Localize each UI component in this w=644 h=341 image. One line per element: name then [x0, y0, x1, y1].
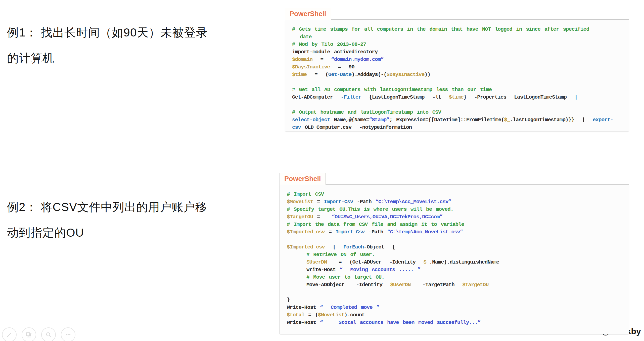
- code-line: [292, 101, 625, 109]
- powershell-tab[interactable]: PowerShell: [285, 8, 331, 20]
- code-token: $time: [449, 94, 464, 100]
- code-token: # Mod by Tilo 2013-08-27: [292, 41, 366, 47]
- code-token: =: [325, 229, 336, 235]
- code-token: -Path: [365, 229, 387, 235]
- code-token: )): [425, 72, 430, 77]
- example2-title: 例2： 将CSV文件中列出的用户账户移 动到指定的OU: [7, 194, 273, 245]
- code-token: [287, 259, 306, 265]
- code-line: $domain = “domain.mydom.com”: [292, 56, 625, 63]
- code-token: Import-Csv: [324, 199, 353, 205]
- magnifier-tool-icon[interactable]: [41, 327, 56, 341]
- more-tools-icon[interactable]: [61, 327, 75, 341]
- code-token: “C:\temp\Acc_MoveList.csv”: [387, 229, 463, 235]
- code-line: Write-Host “ $total accounts have been m…: [287, 319, 625, 326]
- code-line: $total = ($MoveList).count: [287, 311, 625, 319]
- powershell-panel-2: PowerShell # Import CSV$MoveList = Impor…: [280, 173, 629, 334]
- code-token: $UserDN: [390, 282, 410, 288]
- example1-title-line1: 例1： 找出长时间（如90天）未被登录: [7, 20, 273, 45]
- code-line: date: [292, 33, 625, 41]
- code-token: $Imported_csv: [287, 229, 325, 235]
- code-line: Get-ADComputer -Filter {LastLogonTimeSta…: [292, 94, 625, 101]
- code-box: # Gets time stamps for all computers in …: [285, 19, 629, 131]
- code-line: import-module activedirectory: [292, 48, 625, 56]
- code-token: Write-Host: [287, 320, 320, 325]
- code-line: $DaysInactive = 90: [292, 63, 625, 71]
- code-token: # Specify target OU.This is where users …: [287, 206, 453, 212]
- code-token: -Object {: [364, 244, 395, 250]
- code-token: Get-Date: [328, 72, 352, 77]
- code-token: $DaysInactive: [387, 72, 425, 77]
- code-line: Move-ADObject -Identity $UserDN -TargetP…: [287, 281, 625, 289]
- code-line: # Output hostname and lastLogonTimestamp…: [292, 109, 625, 116]
- code-token: $Imported_csv: [287, 244, 325, 250]
- example2-title-line2: 动到指定的OU: [7, 220, 273, 245]
- example2-title-line1: 例2： 将CSV文件中列出的用户账户移: [7, 194, 273, 220]
- code-line: # Retrieve DN of User.: [287, 251, 625, 259]
- code-token: “ Moving Accounts ..... ”: [340, 267, 421, 273]
- code-token: Move-ADObject -Identity: [287, 282, 390, 288]
- code-line: Write-Host “ Completed move ”: [287, 304, 625, 311]
- code-line: select-object Name,@{Name=“Stamp”; Expre…: [292, 116, 625, 124]
- code-token: ).count: [344, 312, 364, 318]
- code-token: {LastLogonTimeStamp -lt: [361, 94, 449, 100]
- code-token: “ $total accounts have been moved succes…: [320, 320, 481, 325]
- code-token: $domain: [292, 57, 312, 62]
- code-line: # Import CSV: [287, 191, 625, 198]
- code-token: “ Completed move ”: [320, 305, 379, 310]
- code-token: # Output hostname and lastLogonTimestamp…: [292, 109, 441, 115]
- slideshow-tool-icon[interactable]: [22, 327, 36, 341]
- code-token: # Gets time stamps for all computers in …: [292, 26, 589, 32]
- code-token: # Import the data from CSV file and assi…: [287, 222, 464, 227]
- code-line: $MoveList = Import-Csv -Path “C:\Temp\Ac…: [287, 198, 625, 206]
- code-token: ; Expression={[DateTime]::FromFileTime(: [389, 117, 504, 123]
- code-token: -Path: [353, 199, 375, 205]
- code-token: = 90: [330, 64, 354, 70]
- code-token: $TargetOU: [287, 214, 313, 220]
- powershell-panel-1: PowerShell # Gets time stamps for all co…: [285, 8, 629, 131]
- code-box: # Import CSV$MoveList = Import-Csv -Path…: [280, 184, 629, 334]
- pen-tool-icon[interactable]: [2, 327, 17, 341]
- code-token: $DaysInactive: [292, 64, 330, 70]
- code-token: “domain.mydom.com”: [331, 57, 384, 62]
- code-token: “OU=SWC_Users,OU=VA,DC=TekPros,DC=com”: [332, 214, 442, 220]
- code-token: ForEach: [343, 244, 364, 250]
- code-token: =: [313, 199, 324, 205]
- code-line: $time = (Get-Date).Adddays(-($DaysInacti…: [292, 71, 625, 78]
- code-token: “Stamp”: [369, 117, 389, 123]
- code-token: # Import CSV: [287, 191, 324, 197]
- code-token: OLD_Computer.csv -notypeinformation: [301, 124, 412, 130]
- code-token: $MoveList: [318, 312, 344, 318]
- code-line: # Specify target OU.This is where users …: [287, 206, 625, 213]
- code-token: “C:\Temp\Acc_MoveList.csv”: [375, 199, 451, 205]
- code-token: |: [325, 244, 343, 250]
- code-line: [292, 78, 625, 86]
- code-token: =: [312, 57, 331, 62]
- code-token: [287, 274, 306, 280]
- code-token: # Retrieve DN of User.: [306, 252, 375, 258]
- code-line: # Mod by Tilo 2013-08-27: [292, 41, 625, 48]
- code-line: [287, 289, 625, 296]
- code-token: -Filter: [341, 94, 361, 100]
- code-token: Import-Csv: [336, 229, 365, 235]
- code-line: $TargetOU = “OU=SWC_Users,OU=VA,DC=TekPr…: [287, 213, 625, 221]
- code-token: [287, 252, 306, 258]
- code-line: # Get all AD computers with lastLogonTim…: [292, 86, 625, 94]
- code-token: csv: [292, 124, 301, 130]
- code-token: ).Adddays(-(: [351, 72, 386, 77]
- code-line: # Move user to target OU.: [287, 274, 625, 281]
- code-token: =: [313, 214, 332, 220]
- code-token: $TargetOU: [462, 282, 488, 288]
- code-token: export-: [593, 117, 613, 123]
- code-token: } -Properties LastLogonTimeStamp |: [464, 94, 577, 100]
- example1-title-line2: 的计算机: [7, 45, 273, 71]
- code-token: $UserDN: [306, 259, 327, 265]
- code-line: # Gets time stamps for all computers in …: [292, 26, 625, 33]
- powershell-tab[interactable]: PowerShell: [280, 173, 326, 185]
- code-token: Name,@{Name=: [330, 117, 369, 123]
- code-token: $total: [287, 312, 304, 318]
- code-line: $UserDN = (Get-ADUser -Identity $_.Name)…: [287, 259, 625, 266]
- code-token: = (Get-ADUser -Identity: [327, 259, 423, 265]
- code-line: $Imported_csv = Import-Csv -Path “C:\tem…: [287, 228, 625, 236]
- code-token: Write-Host: [287, 305, 320, 310]
- code-token: # Move user to target OU.: [306, 274, 384, 280]
